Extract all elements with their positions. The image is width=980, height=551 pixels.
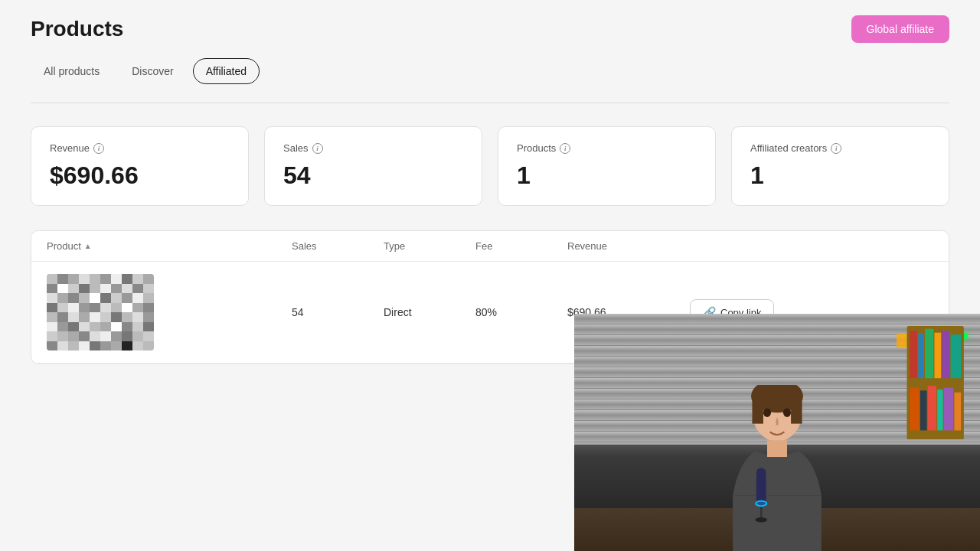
svg-rect-21 <box>760 503 762 520</box>
svg-rect-6 <box>951 334 962 378</box>
pixel-cell <box>47 322 57 332</box>
stat-card-sales: Sales i 54 <box>264 126 482 206</box>
pixel-cell <box>57 274 68 284</box>
pixel-cell <box>132 322 143 332</box>
pixel-cell <box>122 274 132 284</box>
cell-type: Direct <box>384 306 475 318</box>
pixel-cell <box>90 322 100 332</box>
pixel-cell <box>90 312 100 322</box>
tab-affiliated[interactable]: Affiliated <box>193 58 260 84</box>
pixel-cell <box>79 303 90 313</box>
pixel-cell <box>100 274 111 284</box>
pixel-cell <box>47 293 57 303</box>
pixel-cell <box>122 312 132 322</box>
header: Products Global affiliate <box>31 15 949 43</box>
pixel-cell <box>143 341 154 351</box>
pixel-cell <box>68 293 79 303</box>
stat-label-revenue: Revenue i <box>50 142 230 154</box>
pixel-cell <box>132 293 143 303</box>
pixel-cell <box>132 331 143 341</box>
svg-rect-3 <box>925 328 933 377</box>
stat-label-products: Products i <box>517 142 697 154</box>
stat-card-affiliated-creators: Affiliated creators i 1 <box>731 126 949 206</box>
pixel-grid <box>47 274 154 350</box>
webcam-overlay <box>574 314 980 551</box>
pixel-cell <box>57 341 68 351</box>
pixel-cell <box>100 331 111 341</box>
svg-rect-20 <box>767 440 787 457</box>
svg-rect-4 <box>934 332 941 378</box>
svg-rect-8 <box>920 390 927 430</box>
pixel-cell <box>47 331 57 341</box>
pixel-cell <box>111 312 122 322</box>
pixel-cell <box>100 303 111 313</box>
pixel-cell <box>47 341 57 351</box>
tabs-container: All products Discover Affiliated <box>31 58 949 84</box>
stat-value-affiliated-creators: 1 <box>750 161 930 190</box>
products-info-icon[interactable]: i <box>560 143 570 154</box>
svg-rect-7 <box>910 387 919 430</box>
tab-all-products[interactable]: All products <box>31 58 113 84</box>
pixel-cell <box>122 284 132 294</box>
pixel-cell <box>68 274 79 284</box>
pixel-cell <box>132 274 143 284</box>
col-header-revenue: Revenue <box>567 240 690 252</box>
affiliated-creators-info-icon[interactable]: i <box>831 143 841 154</box>
pixel-cell <box>100 322 111 332</box>
svg-rect-15 <box>752 396 763 423</box>
tab-discover[interactable]: Discover <box>119 58 186 84</box>
pixel-cell <box>79 274 90 284</box>
svg-point-22 <box>755 517 767 522</box>
svg-point-24 <box>756 468 766 478</box>
pixel-cell <box>47 274 57 284</box>
col-header-type: Type <box>384 240 475 252</box>
stat-label-affiliated-creators: Affiliated creators i <box>750 142 930 154</box>
pixel-cell <box>132 341 143 351</box>
pixel-cell <box>100 284 111 294</box>
pixel-cell <box>57 331 68 341</box>
pixel-cell <box>79 293 90 303</box>
pixel-cell <box>47 284 57 294</box>
sales-info-icon[interactable]: i <box>312 143 323 154</box>
svg-point-18 <box>783 408 791 417</box>
col-header-actions <box>690 240 933 252</box>
pixel-cell <box>143 274 154 284</box>
page-title: Products <box>31 17 123 41</box>
pixel-cell <box>111 303 122 313</box>
svg-point-17 <box>763 408 771 417</box>
pixel-cell <box>47 312 57 322</box>
pixel-cell <box>132 284 143 294</box>
pixel-cell <box>57 293 68 303</box>
pixel-cell <box>122 331 132 341</box>
pixel-cell <box>90 274 100 284</box>
pixel-cell <box>90 331 100 341</box>
global-affiliate-button[interactable]: Global affiliate <box>851 15 949 43</box>
revenue-info-icon[interactable]: i <box>93 143 104 154</box>
pixel-cell <box>111 284 122 294</box>
pixel-cell <box>68 303 79 313</box>
svg-rect-2 <box>918 333 923 377</box>
col-header-fee: Fee <box>475 240 567 252</box>
pixel-cell <box>68 341 79 351</box>
pixel-cell <box>122 341 132 351</box>
pixel-cell <box>132 312 143 322</box>
stat-value-products: 1 <box>517 161 697 190</box>
tab-divider <box>31 103 949 103</box>
svg-rect-12 <box>955 392 962 430</box>
stat-value-revenue: $690.66 <box>50 161 230 190</box>
col-header-sales: Sales <box>292 240 384 252</box>
pixel-cell <box>68 312 79 322</box>
pixel-cell <box>90 293 100 303</box>
pixel-cell <box>79 322 90 332</box>
sort-arrow-product[interactable]: ▲ <box>84 242 92 250</box>
pixel-cell <box>68 284 79 294</box>
pixel-cell <box>68 322 79 332</box>
svg-rect-11 <box>944 387 953 430</box>
pixel-cell <box>143 331 154 341</box>
pixel-cell <box>90 341 100 351</box>
pixel-cell <box>57 284 68 294</box>
pixel-cell <box>79 284 90 294</box>
stats-row: Revenue i $690.66 Sales i 54 Products i … <box>31 126 949 206</box>
pixel-cell <box>100 312 111 322</box>
pixel-cell <box>90 284 100 294</box>
